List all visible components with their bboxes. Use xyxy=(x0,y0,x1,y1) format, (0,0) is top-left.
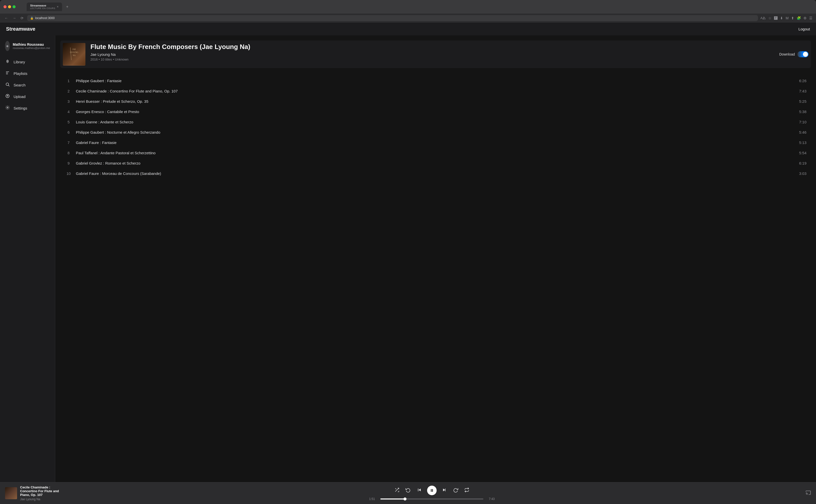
reload-button[interactable]: ⟳ xyxy=(20,16,25,21)
now-playing-text: Cecile Chaminade : Concertino For Flute … xyxy=(20,485,68,501)
tab-title: Streamwave xyxy=(30,4,55,7)
track-title: Georges Enesco : Cantabile et Presto xyxy=(76,110,794,114)
track-row[interactable]: 6 Philippe Gaubert : Nocturne et Allegro… xyxy=(63,127,808,137)
download-icon[interactable]: ⬇ xyxy=(780,16,783,20)
sidebar-item-library-label: Library xyxy=(14,60,25,64)
track-row[interactable]: 1 Philippe Gaubert : Fantasie 6:26 xyxy=(63,76,808,86)
forward30-button[interactable] xyxy=(452,486,459,495)
menu-icon[interactable]: ☰ xyxy=(809,16,812,20)
track-duration: 7:10 xyxy=(794,120,806,124)
track-number: 9 xyxy=(65,161,72,165)
track-row[interactable]: 2 Cecile Chaminade : Concertino For Flut… xyxy=(63,86,808,96)
browser-tab[interactable]: Streamwave LECTURE EN COURS × xyxy=(27,3,62,11)
cast-icon[interactable] xyxy=(805,490,811,497)
library-icon xyxy=(5,59,10,65)
user-details: Mathieu Rousseau rousseau.mathieu@proton… xyxy=(13,42,50,49)
track-title: Gabriel Grovlez : Romance et Scherzo xyxy=(76,161,794,165)
track-number: 3 xyxy=(65,99,72,104)
album-header: JAE LYOUNG NA Flute Music By French Comp… xyxy=(60,40,811,68)
forward-button[interactable]: → xyxy=(12,16,17,21)
avatar-icon: ● xyxy=(6,43,9,49)
back-button[interactable]: ← xyxy=(4,16,9,21)
new-tab-button[interactable]: + xyxy=(64,4,70,10)
album-cover: JAE LYOUNG NA xyxy=(63,43,85,66)
sidebar-item-upload[interactable]: Upload xyxy=(0,91,55,102)
progress-bar[interactable] xyxy=(380,498,483,499)
svg-point-6 xyxy=(6,83,9,86)
svg-line-16 xyxy=(395,488,396,489)
svg-rect-18 xyxy=(432,489,433,492)
track-title: Philippe Gaubert : Nocturne et Allegro S… xyxy=(76,130,794,134)
upload-icon xyxy=(5,94,10,99)
download-area: Download xyxy=(779,51,808,57)
now-playing-controls: 1:51 7:43 xyxy=(68,486,796,501)
sidebar-item-search[interactable]: Search xyxy=(0,79,55,91)
track-row[interactable]: 5 Louis Ganne : Andante et Scherzo 7:10 xyxy=(63,117,808,127)
track-duration: 5:13 xyxy=(794,140,806,145)
track-row[interactable]: 10 Gabriel Faure : Morceau de Concours (… xyxy=(63,168,808,179)
svg-text:NA: NA xyxy=(73,54,76,57)
sidebar-item-library[interactable]: Library xyxy=(0,56,55,68)
shuffle-button[interactable] xyxy=(393,486,400,495)
album-titles-count: 10 titles xyxy=(101,58,112,61)
previous-button[interactable] xyxy=(416,486,423,495)
now-playing-bar: Cecile Chaminade : Concertino For Flute … xyxy=(0,482,816,504)
sidebar-item-settings[interactable]: Settings xyxy=(0,102,55,114)
security-icon: 🔒 xyxy=(30,17,34,20)
svg-line-7 xyxy=(8,85,9,86)
track-duration: 3:03 xyxy=(794,171,806,176)
pocket-icon[interactable]: 🅿 xyxy=(774,16,778,20)
track-title: Philippe Gaubert : Fantasie xyxy=(76,79,794,83)
url-display: localhost:3000 xyxy=(35,16,55,20)
app-header: Streamwave Logout xyxy=(0,23,816,35)
traffic-lights xyxy=(4,5,16,8)
progress-fill xyxy=(380,498,405,499)
repeat-button[interactable] xyxy=(463,486,470,495)
track-duration: 5:54 xyxy=(794,151,806,155)
close-window-button[interactable] xyxy=(4,5,7,8)
track-duration: 5:38 xyxy=(794,110,806,114)
share-icon[interactable]: ⬆ xyxy=(791,16,794,20)
address-bar[interactable]: 🔒 localhost:3000 xyxy=(27,15,758,21)
now-playing-title: Cecile Chaminade : Concertino For Flute … xyxy=(20,485,68,497)
track-number: 10 xyxy=(65,171,72,176)
browser-chrome: Streamwave LECTURE EN COURS × + ← → ⟳ 🔒 … xyxy=(0,0,816,23)
app-logo: Streamwave xyxy=(6,26,35,32)
track-row[interactable]: 9 Gabriel Grovlez : Romance et Scherzo 6… xyxy=(63,158,808,168)
replay10-button[interactable] xyxy=(404,486,412,495)
pause-button[interactable] xyxy=(427,486,437,495)
bookmark-icon[interactable]: ☆ xyxy=(768,16,772,20)
now-playing-track-info: Cecile Chaminade : Concertino For Flute … xyxy=(5,485,68,501)
extension-icon[interactable]: 🧩 xyxy=(797,16,801,20)
album-info: Flute Music By French Composers (Jae Lyo… xyxy=(90,43,774,61)
tab-close-button[interactable]: × xyxy=(57,5,59,9)
now-playing-artist: Jae Lyoung Na xyxy=(20,497,68,501)
profile-icon[interactable]: M xyxy=(786,16,789,20)
window-icon xyxy=(19,4,25,9)
track-number: 5 xyxy=(65,120,72,124)
app-body: ● Mathieu Rousseau rousseau.mathieu@prot… xyxy=(0,35,816,482)
track-number: 7 xyxy=(65,140,72,145)
track-row[interactable]: 7 Gabriel Faure : Fantasie 5:13 xyxy=(63,137,808,148)
current-time: 1:51 xyxy=(369,497,378,501)
minimize-window-button[interactable] xyxy=(8,5,11,8)
translate-icon[interactable]: Aあ xyxy=(760,16,766,20)
track-title: Gabriel Faure : Fantasie xyxy=(76,140,794,145)
track-title: Gabriel Faure : Morceau de Concours (Sar… xyxy=(76,171,794,176)
settings-browser-icon[interactable]: ⚙ xyxy=(803,16,807,20)
logout-button[interactable]: Logout xyxy=(798,27,810,31)
download-toggle[interactable] xyxy=(797,51,808,57)
svg-text:LYOUNG: LYOUNG xyxy=(70,51,78,54)
svg-rect-17 xyxy=(431,489,432,492)
album-meta: 2016 • 10 titles • Unknown xyxy=(90,58,774,61)
next-button[interactable] xyxy=(441,486,448,495)
track-row[interactable]: 4 Georges Enesco : Cantabile et Presto 5… xyxy=(63,107,808,117)
sidebar-item-upload-label: Upload xyxy=(14,94,26,99)
track-row[interactable]: 8 Paul Taffanel : Andante Pastoral et Sc… xyxy=(63,148,808,158)
progress-bar-container: 1:51 7:43 xyxy=(369,497,495,501)
playlists-icon xyxy=(5,71,10,76)
track-row[interactable]: 3 Henri Buesser : Prelude et Scherzo, Op… xyxy=(63,96,808,107)
maximize-window-button[interactable] xyxy=(13,5,16,8)
sidebar-item-playlists[interactable]: Playlists xyxy=(0,68,55,79)
total-time: 7:43 xyxy=(486,497,495,501)
